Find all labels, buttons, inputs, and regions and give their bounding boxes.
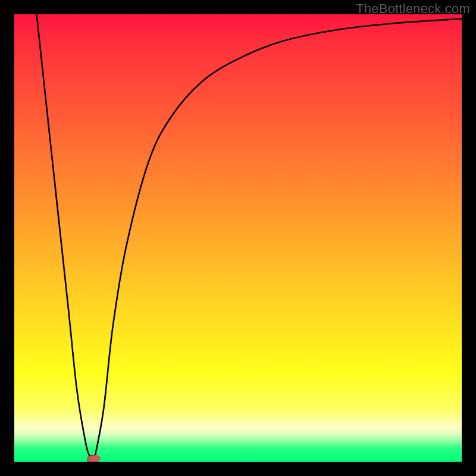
chart-frame: TheBottleneck.com — [0, 0, 476, 476]
plot-area — [14, 14, 462, 462]
dip-marker-highlight — [92, 455, 101, 461]
bottleneck-curve — [14, 14, 462, 462]
watermark-text: TheBottleneck.com — [356, 1, 470, 17]
